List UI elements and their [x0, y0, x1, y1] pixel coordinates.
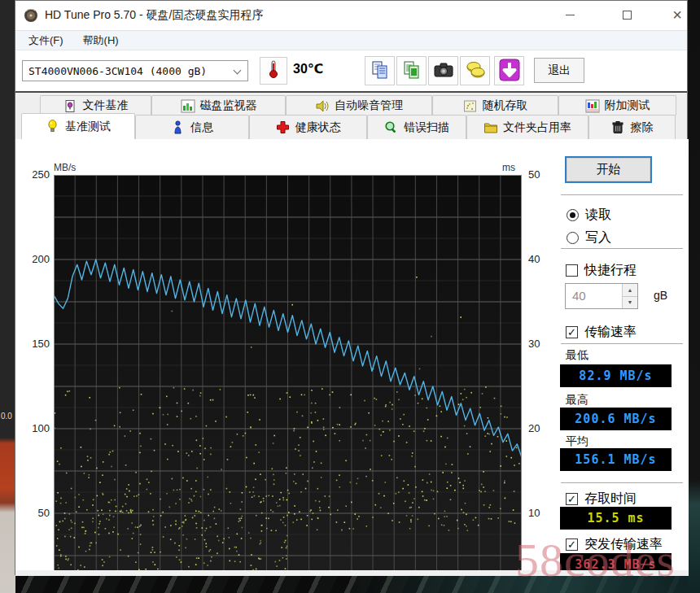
- desktop-overlay-text: 0.0: [1, 412, 12, 421]
- y-left-tick: 250: [24, 168, 50, 181]
- download-icon: [499, 59, 520, 84]
- benchmark-page: MB/s ms 250200150100505040302010 开始 读取 写…: [15, 139, 689, 570]
- checkbox-icon: [566, 538, 578, 551]
- thermometer-icon: [265, 59, 282, 82]
- maximize-icon: [623, 11, 632, 20]
- tab-label: 文件夹占用率: [503, 120, 571, 135]
- minimize-icon: [566, 15, 575, 15]
- write-radio-label: 写入: [585, 229, 611, 246]
- y-right-tick: 30: [528, 338, 540, 350]
- temperature-button[interactable]: [260, 57, 287, 85]
- extra-tests-icon: [585, 99, 599, 113]
- tab-label: 自动噪音管理: [335, 98, 403, 113]
- menu-item-1[interactable]: 帮助(H): [73, 31, 129, 50]
- tab-r2-erase[interactable]: 擦除: [588, 115, 676, 139]
- access-time-label: 存取时间: [584, 491, 637, 508]
- tab-r2-info[interactable]: 信息: [135, 115, 249, 139]
- tab-r2-error-scan[interactable]: 错误扫描: [367, 115, 466, 139]
- info-icon: [171, 120, 185, 134]
- tab-r1-random-access[interactable]: 随机存取: [432, 95, 558, 116]
- tab-label: 磁盘监视器: [200, 98, 257, 113]
- tab-r2-folder[interactable]: 文件夹占用率: [466, 115, 588, 139]
- tab-r1-speaker[interactable]: 自动噪音管理: [286, 95, 432, 116]
- checkbox-icon: [566, 493, 578, 505]
- stepper-buttons[interactable]: ▲▼: [622, 284, 637, 308]
- tabstrip: 文件基准磁盘监视器自动噪音管理随机存取附加测试 基准测试信息健康状态错误扫描文件…: [15, 93, 687, 139]
- erase-icon: [611, 120, 625, 134]
- y-left-axis-label: MB/s: [54, 162, 76, 173]
- toolbar: ST4000VN006-3CW104 (4000 gB) 30℃ 退出: [15, 50, 687, 91]
- short-stroke-label: 快捷行程: [584, 262, 637, 279]
- tab-label: 信息: [190, 120, 213, 135]
- folder-icon: [483, 120, 497, 134]
- checkbox-icon: [566, 264, 578, 277]
- drive-select-value: ST4000VN006-3CW104 (4000 gB): [28, 65, 207, 77]
- step-down-icon[interactable]: ▼: [623, 297, 637, 309]
- short-stroke-value: 40: [572, 289, 586, 303]
- speaker-icon: [315, 99, 329, 113]
- burst-rate-checkbox[interactable]: 突发传输速率: [566, 536, 663, 553]
- tab-label: 随机存取: [483, 98, 528, 113]
- benchmark-chart: [54, 175, 522, 571]
- menu-item-0[interactable]: 文件(F): [19, 31, 73, 50]
- file-benchmark-icon: [63, 99, 77, 113]
- minimize-button[interactable]: [551, 1, 588, 28]
- save-button[interactable]: [460, 56, 490, 85]
- download-button[interactable]: [494, 56, 524, 85]
- tab-r2-health[interactable]: 健康状态: [249, 115, 367, 139]
- y-right-tick: 20: [528, 422, 540, 434]
- close-button[interactable]: [658, 1, 696, 28]
- read-radio-label: 读取: [585, 207, 611, 224]
- tab-label: 基准测试: [65, 120, 111, 134]
- random-access-icon: [463, 99, 477, 113]
- maximize-button[interactable]: [608, 1, 645, 28]
- copy-text-button[interactable]: [365, 56, 395, 85]
- y-right-axis-label: ms: [502, 162, 515, 173]
- temperature-value: 30℃: [293, 61, 323, 76]
- avg-label: 平均: [566, 434, 588, 449]
- radio-dot-icon: [567, 232, 579, 244]
- screenshot-button[interactable]: [428, 56, 458, 85]
- chevron-down-icon: [234, 67, 242, 75]
- burst-rate-label: 突发传输速率: [584, 536, 663, 553]
- titlebar: HD Tune Pro 5.70 - 硬盘/固态硬盘实用程序: [15, 1, 687, 30]
- exit-button-label: 退出: [548, 63, 571, 78]
- close-icon: [672, 7, 682, 24]
- y-left-tick: 50: [24, 507, 50, 519]
- write-radio[interactable]: 写入: [567, 229, 611, 246]
- divider: [561, 194, 683, 195]
- menubar: 文件(F)帮助(H): [15, 30, 687, 50]
- read-radio[interactable]: 读取: [567, 207, 611, 224]
- exit-button[interactable]: 退出: [534, 58, 584, 83]
- max-label: 最高: [566, 393, 588, 408]
- avg-value-display: 156.1 MB/s: [560, 448, 672, 471]
- tab-label: 健康状态: [295, 120, 341, 135]
- transfer-rate-label: 传输速率: [584, 324, 637, 341]
- copy-image-icon: [403, 60, 421, 82]
- drive-select[interactable]: ST4000VN006-3CW104 (4000 gB): [22, 60, 248, 81]
- y-left-tick: 150: [24, 338, 50, 350]
- error-scan-icon: [384, 120, 398, 134]
- tab-r1-extra-tests[interactable]: 附加测试: [558, 95, 676, 116]
- y-left-tick: 200: [24, 253, 50, 265]
- transfer-rate-checkbox[interactable]: 传输速率: [566, 324, 637, 341]
- y-right-tick: 10: [528, 507, 540, 519]
- window-bottom-frame: [15, 570, 689, 576]
- max-value-display: 200.6 MB/s: [560, 408, 672, 430]
- tab-label: 错误扫描: [404, 120, 449, 135]
- tab-r2-benchmark[interactable]: 基准测试: [21, 113, 135, 139]
- tab-label: 文件基准: [83, 98, 129, 113]
- short-stroke-checkbox[interactable]: 快捷行程: [566, 262, 637, 279]
- start-button[interactable]: 开始: [565, 156, 652, 183]
- copy-image-button[interactable]: [396, 56, 427, 85]
- step-up-icon[interactable]: ▲: [623, 284, 637, 297]
- hd-tune-window: HD Tune Pro 5.70 - 硬盘/固态硬盘实用程序 文件(F)帮助(H…: [15, 0, 688, 575]
- access-time-checkbox[interactable]: 存取时间: [566, 491, 637, 508]
- short-stroke-unit: gB: [654, 289, 667, 302]
- tab-r1-disk-monitor[interactable]: 磁盘监视器: [151, 95, 286, 116]
- desktop-background-right: [688, 0, 700, 593]
- divider: [561, 248, 683, 249]
- radio-dot-icon: [567, 209, 579, 221]
- short-stroke-stepper[interactable]: 40 ▲▼: [565, 283, 638, 309]
- disk-monitor-icon: [181, 99, 195, 113]
